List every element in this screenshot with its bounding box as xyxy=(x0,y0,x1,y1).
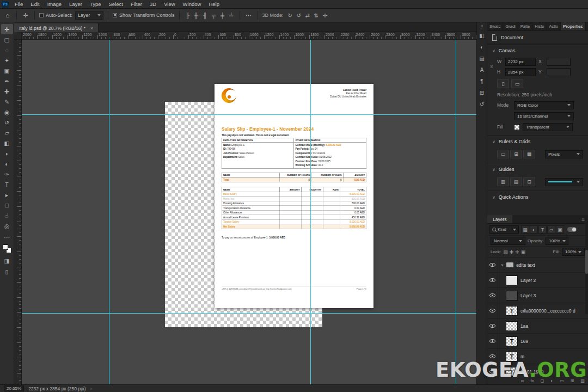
layer-row-1aa[interactable]: 1aa xyxy=(487,318,588,334)
home-icon[interactable]: ⌂ xyxy=(3,11,12,20)
active-tool-icon[interactable]: ✛ xyxy=(21,11,30,20)
guide-vertical[interactable] xyxy=(310,40,311,384)
bit-depth-dropdown[interactable]: 16 Bits/Channel xyxy=(514,112,574,120)
visibility-toggle[interactable] xyxy=(487,334,498,348)
canvas-height-input[interactable]: 2854 px xyxy=(505,68,536,76)
panel-tab-actio[interactable]: Actio xyxy=(547,22,561,30)
menu-window[interactable]: Window xyxy=(179,0,205,8)
menu-select[interactable]: Select xyxy=(105,0,126,8)
panel-tab-gradi[interactable]: Gradi xyxy=(503,22,518,30)
guide-horizontal[interactable] xyxy=(22,313,476,314)
panels-scrollbar[interactable] xyxy=(585,216,588,314)
gradient-tool[interactable]: ◧ xyxy=(1,138,13,148)
canvas-fill-dropdown[interactable]: Transparent xyxy=(523,123,573,131)
layer-row-cilla0000000-cccccccc0-d[interactable]: Tcilla0000000...cccccccc0 d xyxy=(487,303,588,318)
canvas[interactable]: Center Fluid Power Ras Al Khor Road Duba… xyxy=(22,40,476,384)
layer-thumbnail[interactable] xyxy=(506,321,518,331)
menu-help[interactable]: Help xyxy=(205,0,223,8)
align-bottom-edges-icon[interactable]: ╧ xyxy=(228,11,235,20)
auto-select-mode-dropdown[interactable]: Layer xyxy=(75,11,103,20)
path-selection-tool[interactable]: ▸ xyxy=(1,189,13,200)
toggle-rulers-icon[interactable]: ▭ xyxy=(497,150,509,158)
blend-mode-dropdown[interactable]: Normal xyxy=(491,237,525,245)
menu-type[interactable]: Type xyxy=(86,0,105,8)
menu-image[interactable]: Image xyxy=(44,0,65,8)
rulers-grids-section-header[interactable]: ∨ Rulers & Grids xyxy=(487,136,588,148)
panel-tab-histo[interactable]: Histo xyxy=(532,22,547,30)
paragraph-panel-icon[interactable]: ¶ xyxy=(477,76,487,87)
panel-tab-patte[interactable]: Patte xyxy=(518,22,533,30)
zoom-level[interactable]: 20.65% xyxy=(4,385,24,391)
shape-tool[interactable]: □ xyxy=(1,200,13,210)
align-left-edges-icon[interactable]: ╟ xyxy=(184,11,192,20)
screen-mode-icon[interactable]: ▯ xyxy=(1,266,13,277)
menu-layer[interactable]: Layer xyxy=(65,0,86,8)
hand-tool[interactable]: ☝ xyxy=(1,210,13,220)
visibility-toggle[interactable] xyxy=(487,273,498,287)
move-tool[interactable]: ✛ xyxy=(1,24,13,34)
layer-filter-toggle[interactable] xyxy=(567,227,577,232)
filter-pixel-layers-icon[interactable]: ▦ xyxy=(521,225,529,234)
clear-guides-icon[interactable]: ⊟ xyxy=(523,177,535,186)
glyphs-panel-icon[interactable]: ⊞ xyxy=(477,87,487,99)
libraries-panel-icon[interactable]: ▤ xyxy=(477,53,487,64)
canvas-section-header[interactable]: ∨ Canvas xyxy=(487,45,588,57)
orientation-portrait-icon[interactable]: ▯ xyxy=(497,79,509,88)
filter-type-layers-icon[interactable]: T xyxy=(538,225,547,234)
grid-unit-dropdown[interactable]: Pixels xyxy=(545,150,583,158)
color-swatches[interactable] xyxy=(3,244,11,253)
character-panel-icon[interactable]: A xyxy=(477,64,487,76)
3d-pan-icon[interactable]: ⇄ xyxy=(304,11,311,20)
3d-zoom-icon[interactable]: ✛ xyxy=(321,11,329,20)
lock-pixels-icon[interactable]: ✚ xyxy=(510,249,514,255)
ruler-vertical[interactable] xyxy=(14,40,22,384)
canvas-width-input[interactable]: 2232 px xyxy=(505,58,536,66)
layer-filter-dropdown[interactable]: Kind xyxy=(489,225,519,234)
lock-position-icon[interactable]: ✛ xyxy=(515,249,519,255)
orientation-landscape-icon[interactable]: ▭ xyxy=(511,79,523,88)
dodge-tool[interactable]: ◐ xyxy=(1,158,13,169)
filter-shape-layers-icon[interactable]: ▱ xyxy=(547,225,555,234)
align-vertical-centers-icon[interactable]: ╪ xyxy=(219,11,226,20)
link-dimensions-icon[interactable]: ∞ xyxy=(489,65,494,68)
new-guide-layout-icon[interactable]: ▥ xyxy=(497,177,509,186)
quick-selection-tool[interactable]: ✦ xyxy=(1,55,13,65)
status-options-icon[interactable]: › xyxy=(90,386,92,391)
brush-tool[interactable]: ✎ xyxy=(1,96,13,107)
layer-row-layer-3[interactable]: Layer 3 xyxy=(487,288,588,303)
tab-close-icon[interactable]: × xyxy=(90,26,93,31)
align-top-edges-icon[interactable]: ╤ xyxy=(210,11,218,20)
menu-3d[interactable]: 3D xyxy=(146,0,160,8)
3d-roll-icon[interactable]: ↺ xyxy=(295,11,303,20)
visibility-toggle[interactable] xyxy=(487,288,498,303)
guide-color-dropdown[interactable] xyxy=(545,178,583,186)
pen-tool[interactable]: ✑ xyxy=(1,169,13,179)
layer-thumbnail[interactable] xyxy=(506,275,518,285)
3d-orbit-icon[interactable]: ↻ xyxy=(286,11,294,20)
3d-slide-icon[interactable]: ⇅ xyxy=(313,11,320,20)
visibility-toggle[interactable] xyxy=(487,303,498,318)
text-layer-thumbnail[interactable]: T xyxy=(506,336,518,346)
fill-opacity-dropdown[interactable]: 100% xyxy=(562,248,585,256)
toggle-snap-icon[interactable]: ▦ xyxy=(523,150,535,158)
zoom-tool[interactable]: ◎ xyxy=(1,220,13,231)
eyedropper-tool[interactable]: ✒ xyxy=(1,76,13,86)
ruler-origin[interactable] xyxy=(14,32,22,40)
layer-thumbnail[interactable] xyxy=(506,291,518,301)
document-page[interactable]: Center Fluid Power Ras Al Khor Road Duba… xyxy=(215,84,373,308)
layer-row-layer-2[interactable]: Layer 2 xyxy=(487,273,588,288)
more-options-icon[interactable]: ⋯ xyxy=(244,11,253,20)
lasso-tool[interactable]: ◌ xyxy=(1,45,13,55)
filter-adjustment-layers-icon[interactable]: ◐ xyxy=(530,225,538,234)
lock-all-icon[interactable]: ▣ xyxy=(521,249,526,255)
color-mode-dropdown[interactable]: RGB Color xyxy=(514,101,574,109)
scrollbar-thumb[interactable] xyxy=(585,250,588,274)
layer-row-edite-text[interactable]: ∨edite text xyxy=(487,258,588,273)
opacity-dropdown[interactable]: 100% xyxy=(546,237,568,245)
visibility-toggle[interactable] xyxy=(487,318,498,333)
guide-vertical[interactable] xyxy=(109,40,109,384)
marquee-tool[interactable]: ▢ xyxy=(1,34,13,45)
guide-vertical[interactable] xyxy=(456,40,456,384)
crop-tool[interactable]: ▣ xyxy=(1,65,13,76)
history-brush-tool[interactable]: ↺ xyxy=(1,117,13,127)
